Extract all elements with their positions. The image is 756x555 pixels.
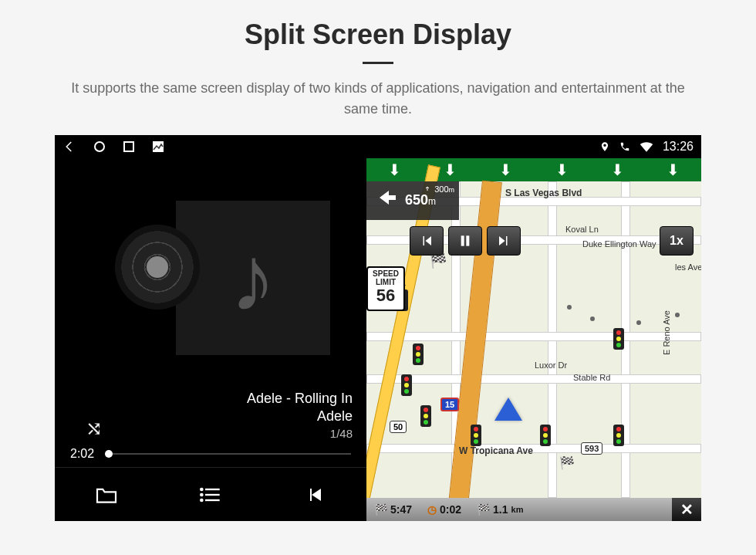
eta-value: 5:47: [390, 503, 412, 516]
page-title: Split Screen Display: [0, 19, 756, 51]
previous-track-button[interactable]: [262, 468, 366, 521]
svg-rect-1: [124, 142, 133, 151]
lane-arrow-icon: ⬇: [388, 161, 401, 179]
road-label: Duke Ellington Way: [582, 239, 656, 249]
device-screenshot: 13:26 ♪ ⤭ Adele - Rolling In Adele 1/48 …: [55, 135, 701, 521]
nav-bottom-bar: 🏁 5:47 ◷ 0:02 🏁 1.1 km ✕: [366, 498, 701, 521]
status-bar: 13:26: [55, 135, 701, 158]
remaining-distance: 1.1: [493, 503, 508, 516]
map-next-button[interactable]: [487, 226, 521, 256]
traffic-light-icon: [613, 328, 624, 350]
turn-instruction: 650m 300m: [366, 181, 459, 220]
svg-point-6: [201, 488, 202, 489]
svg-rect-10: [466, 235, 469, 245]
phone-icon: [619, 141, 630, 152]
back-icon[interactable]: [62, 140, 76, 154]
vinyl-record-icon: [115, 225, 200, 310]
eta-flag-icon: 🏁: [374, 503, 387, 516]
traffic-light-icon: [471, 425, 481, 446]
next-turn-unit: m: [449, 186, 455, 194]
title-underline: [363, 62, 393, 64]
playback-speed-button[interactable]: 1x: [660, 226, 694, 256]
location-icon: [599, 141, 610, 152]
folder-button[interactable]: [55, 468, 159, 521]
lane-assist-bar: ⬇ ⬇ ⬇ ⬇ ⬇ ⬇: [366, 158, 701, 181]
road-label: Stable Rd: [573, 373, 610, 382]
lane-arrow-icon: ⬇: [611, 161, 624, 179]
highway-shield: 15: [440, 398, 459, 411]
road-label: W Tropicana Ave: [459, 445, 533, 456]
status-time: 13:26: [663, 140, 694, 154]
lane-arrow-icon: ⬇: [555, 161, 569, 179]
gps-position-icon: [494, 398, 522, 421]
traffic-light-icon: [420, 405, 431, 427]
svg-point-7: [201, 493, 202, 495]
lane-arrow-icon: ⬇: [499, 161, 512, 179]
close-nav-button[interactable]: ✕: [672, 498, 701, 521]
track-artist: Adele: [247, 408, 353, 425]
exit-sign: 593: [581, 442, 602, 455]
remaining-time: 0:02: [440, 503, 461, 516]
elapsed-time: 2:02: [70, 447, 94, 461]
navigation-pane: ⬇ ⬇ ⬇ ⬇ ⬇ ⬇ S Las Vegas Blvd Koval Ln Du…: [366, 135, 701, 521]
waypoint-flag-icon: 🏁: [559, 455, 575, 470]
track-index: 1/48: [247, 426, 353, 442]
speed-limit-value: 56: [368, 286, 403, 305]
map-prev-button[interactable]: [410, 226, 444, 256]
seek-bar[interactable]: [105, 453, 351, 455]
svg-rect-9: [461, 235, 464, 245]
turn-unit: m: [428, 196, 436, 207]
music-player-pane: ♪ ⤭ Adele - Rolling In Adele 1/48 2:02: [55, 135, 366, 521]
route-shield: 50: [390, 421, 407, 433]
svg-point-8: [201, 499, 202, 500]
album-art-placeholder: ♪: [176, 201, 330, 355]
road-label: Luxor Dr: [535, 360, 567, 370]
svg-point-0: [95, 142, 104, 151]
lane-arrow-icon: ⬇: [444, 161, 457, 179]
map-pause-button[interactable]: [448, 226, 482, 256]
traffic-light-icon: [401, 374, 412, 396]
road-label: E Reno Ave: [662, 310, 671, 355]
traffic-light-icon: [613, 425, 624, 446]
wifi-icon: [640, 141, 653, 152]
image-app-icon[interactable]: [152, 140, 164, 153]
speed-limit-sign: SPEED LIMIT 56: [366, 266, 405, 311]
remaining-distance-unit: km: [511, 505, 524, 514]
traffic-light-icon: [540, 425, 551, 446]
playlist-button[interactable]: [159, 468, 263, 521]
shuffle-icon[interactable]: ⤭: [86, 417, 103, 441]
distance-flag-icon: 🏁: [477, 503, 490, 516]
lane-arrow-icon: ⬇: [667, 161, 680, 179]
road-label: les Ave: [675, 262, 701, 272]
recent-apps-icon[interactable]: [123, 140, 135, 153]
road-label: S Las Vegas Blvd: [505, 188, 582, 198]
next-turn-distance: 300: [434, 184, 448, 194]
home-icon[interactable]: [93, 140, 106, 153]
clock-icon: ◷: [427, 503, 437, 516]
album-art-area: ♪: [55, 158, 366, 398]
page-subtitle: It supports the same screen display of t…: [54, 78, 702, 120]
traffic-light-icon: [413, 343, 424, 365]
road-label: Koval Ln: [565, 225, 599, 234]
